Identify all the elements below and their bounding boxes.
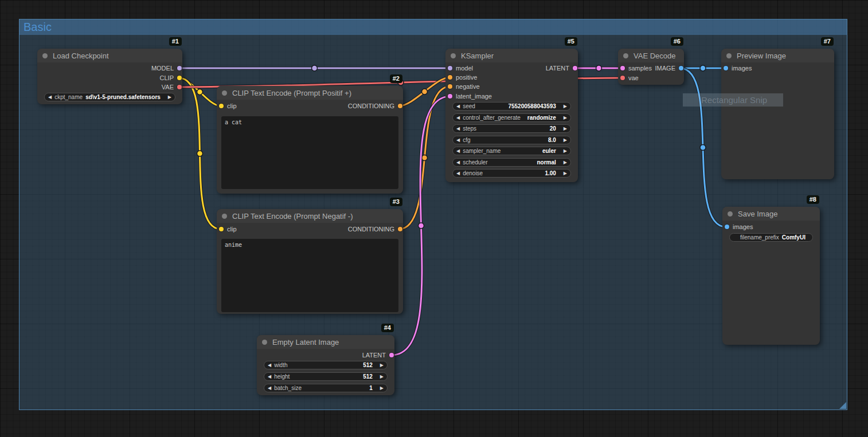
- widget-width[interactable]: ◀width512▶: [264, 361, 388, 369]
- input-port-samples[interactable]: samples: [620, 65, 652, 71]
- node-vae-decode[interactable]: #6VAE DecodesamplesvaeIMAGE: [618, 49, 684, 85]
- decrement-arrow-icon[interactable]: ◀: [268, 363, 271, 368]
- input-port-latent-image[interactable]: latent_image: [448, 93, 492, 99]
- widget-cfg[interactable]: ◀cfg8.0▶: [452, 136, 571, 144]
- node-title-bar[interactable]: Save Image: [722, 207, 820, 221]
- input-port-images[interactable]: images: [725, 224, 753, 230]
- decrement-arrow-icon[interactable]: ◀: [456, 127, 460, 131]
- port-dot[interactable]: [448, 94, 452, 99]
- node-title-bar[interactable]: KSampler: [445, 49, 578, 62]
- widget-scheduler[interactable]: ◀schedulernormal▶: [452, 158, 571, 167]
- output-port-model[interactable]: MODEL: [151, 65, 182, 71]
- node-ksampler[interactable]: #5KSamplermodelpositivenegativelatent_im…: [445, 49, 578, 182]
- group-basic-header[interactable]: Basic: [19, 19, 847, 35]
- widget-steps[interactable]: ◀steps20▶: [452, 124, 571, 133]
- increment-arrow-icon[interactable]: ▶: [564, 138, 567, 143]
- output-port-latent[interactable]: LATENT: [546, 65, 577, 71]
- collapse-dot-icon[interactable]: [451, 53, 456, 58]
- node-preview-image[interactable]: #7Preview Imageimages: [721, 49, 834, 179]
- prompt-textarea[interactable]: anime: [221, 239, 398, 312]
- widget-ckpt-name[interactable]: ◀ckpt_namesd\v1-5-pruned.safetensors▶: [44, 93, 175, 101]
- collapse-dot-icon[interactable]: [623, 53, 628, 58]
- input-port-positive[interactable]: positive: [448, 74, 477, 80]
- decrement-arrow-icon[interactable]: ◀: [456, 149, 460, 153]
- port-dot[interactable]: [679, 66, 683, 70]
- input-port-clip[interactable]: clip: [219, 226, 237, 232]
- widget-denoise[interactable]: ◀denoise1.00▶: [452, 169, 571, 178]
- prompt-textarea[interactable]: a cat: [221, 116, 398, 189]
- port-dot[interactable]: [620, 76, 625, 80]
- collapse-dot-icon[interactable]: [222, 214, 227, 219]
- widget-height[interactable]: ◀height512▶: [264, 372, 388, 381]
- increment-arrow-icon[interactable]: ▶: [168, 95, 171, 100]
- node-title-bar[interactable]: Empty Latent Image: [257, 335, 394, 349]
- port-dot[interactable]: [620, 66, 625, 70]
- port-dot[interactable]: [398, 104, 402, 108]
- decrement-arrow-icon[interactable]: ◀: [48, 95, 52, 100]
- increment-arrow-icon[interactable]: ▶: [380, 363, 384, 368]
- decrement-arrow-icon[interactable]: ◀: [268, 375, 271, 379]
- widget-sampler-name[interactable]: ◀sampler_nameeuler▶: [452, 147, 571, 155]
- node-clip-text-encode-prompt-negatif[interactable]: #3CLIP Text Encode (Prompt Negatif -)cli…: [217, 209, 403, 314]
- collapse-dot-icon[interactable]: [262, 340, 267, 345]
- decrement-arrow-icon[interactable]: ◀: [456, 171, 460, 176]
- collapse-dot-icon[interactable]: [42, 53, 48, 58]
- output-port-conditioning[interactable]: CONDITIONING: [348, 103, 402, 109]
- output-port-latent[interactable]: LATENT: [362, 352, 394, 358]
- port-dot[interactable]: [448, 66, 452, 70]
- port-label: CONDITIONING: [348, 103, 394, 109]
- widget-label: cfg: [463, 137, 470, 143]
- node-empty-latent-image[interactable]: #4Empty Latent ImageLATENT◀width512▶◀hei…: [257, 335, 394, 395]
- output-port-conditioning[interactable]: CONDITIONING: [348, 226, 402, 232]
- increment-arrow-icon[interactable]: ▶: [564, 104, 567, 109]
- increment-arrow-icon[interactable]: ▶: [564, 127, 567, 131]
- input-port-images[interactable]: images: [724, 65, 752, 71]
- collapse-dot-icon[interactable]: [728, 211, 733, 216]
- node-save-image[interactable]: #8Save Imageimagesfilename_prefixComfyUI: [722, 207, 820, 345]
- decrement-arrow-icon[interactable]: ◀: [456, 138, 460, 143]
- node-title-bar[interactable]: Preview Image: [721, 49, 834, 62]
- port-dot[interactable]: [725, 225, 729, 229]
- port-dot[interactable]: [177, 85, 182, 89]
- collapse-dot-icon[interactable]: [726, 53, 732, 58]
- increment-arrow-icon[interactable]: ▶: [564, 116, 567, 120]
- increment-arrow-icon[interactable]: ▶: [380, 375, 384, 379]
- port-dot[interactable]: [219, 227, 224, 231]
- input-port-clip[interactable]: clip: [219, 103, 237, 109]
- port-dot[interactable]: [177, 66, 182, 70]
- increment-arrow-icon[interactable]: ▶: [564, 160, 567, 165]
- node-title-bar[interactable]: CLIP Text Encode (Prompt Negatif -): [217, 209, 403, 223]
- node-title-bar[interactable]: Load Checkpoint: [37, 49, 182, 62]
- port-dot[interactable]: [448, 84, 452, 89]
- increment-arrow-icon[interactable]: ▶: [380, 386, 384, 391]
- port-dot[interactable]: [573, 66, 577, 70]
- port-dot[interactable]: [177, 76, 182, 80]
- node-title-bar[interactable]: VAE Decode: [618, 49, 684, 62]
- port-dot[interactable]: [448, 75, 452, 80]
- decrement-arrow-icon[interactable]: ◀: [456, 116, 460, 120]
- widget-batch-size[interactable]: ◀batch_size1▶: [264, 384, 388, 392]
- widget-filename-prefix[interactable]: filename_prefixComfyUI: [729, 233, 813, 242]
- input-port-negative[interactable]: negative: [448, 84, 480, 89]
- output-port-vae[interactable]: VAE: [162, 84, 182, 90]
- decrement-arrow-icon[interactable]: ◀: [268, 386, 271, 391]
- collapse-dot-icon[interactable]: [222, 90, 227, 96]
- decrement-arrow-icon[interactable]: ◀: [456, 160, 460, 165]
- group-resize-handle[interactable]: [839, 402, 846, 409]
- increment-arrow-icon[interactable]: ▶: [564, 149, 567, 153]
- increment-arrow-icon[interactable]: ▶: [564, 171, 567, 176]
- port-dot[interactable]: [219, 104, 224, 108]
- output-port-image[interactable]: IMAGE: [655, 65, 683, 71]
- node-clip-text-encode-prompt-positif[interactable]: #2CLIP Text Encode (Prompt Positif +)cli…: [217, 86, 403, 194]
- node-title-bar[interactable]: CLIP Text Encode (Prompt Positif +): [217, 86, 403, 100]
- port-dot[interactable]: [724, 66, 728, 70]
- input-port-vae[interactable]: vae: [620, 75, 639, 81]
- widget-seed[interactable]: ◀seed755200588043593▶: [452, 102, 571, 111]
- port-dot[interactable]: [389, 353, 394, 357]
- node-load-checkpoint[interactable]: #1Load CheckpointMODELCLIPVAE◀ckpt_names…: [37, 49, 182, 104]
- widget-control-after-generate[interactable]: ◀control_after_generaterandomize▶: [452, 113, 571, 122]
- output-port-clip[interactable]: CLIP: [160, 75, 182, 81]
- decrement-arrow-icon[interactable]: ◀: [456, 104, 460, 109]
- port-dot[interactable]: [398, 227, 402, 231]
- input-port-model[interactable]: model: [448, 65, 473, 71]
